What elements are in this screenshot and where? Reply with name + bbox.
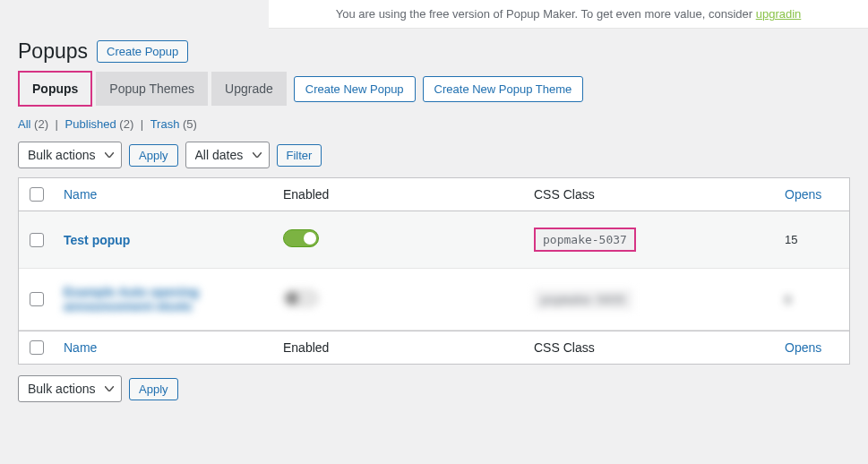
enabled-toggle[interactable] [283, 229, 319, 247]
opens-count: 0 [785, 293, 838, 306]
filter-trash[interactable]: Trash [150, 117, 180, 131]
col-css-foot: CSS Class [534, 340, 785, 355]
create-new-popup-theme-button[interactable]: Create New Popup Theme [423, 76, 584, 102]
create-new-popup-button[interactable]: Create New Popup [294, 76, 416, 102]
bulk-actions-select-bottom[interactable]: Bulk actions [18, 375, 122, 402]
filter-published[interactable]: Published [65, 117, 116, 131]
css-class-badge: popmake-5035 [534, 289, 632, 310]
popup-title-link[interactable]: Example Auto opening announcement etcetc [64, 285, 199, 314]
filter-all[interactable]: All [18, 117, 30, 131]
opens-count: 15 [785, 233, 838, 246]
filter-trash-count: (5) [183, 117, 197, 131]
bulk-actions-select[interactable]: Bulk actions [18, 142, 122, 168]
col-css: CSS Class [534, 187, 785, 202]
filter-all-count: (2) [34, 117, 48, 131]
filter-button[interactable]: Filter [277, 144, 322, 167]
enabled-toggle[interactable] [283, 289, 319, 307]
row-checkbox[interactable] [30, 233, 44, 247]
col-name-foot[interactable]: Name [64, 340, 97, 355]
top-toolbar: Bulk actions Apply All dates Filter [0, 142, 868, 177]
apply-button-top[interactable]: Apply [129, 144, 178, 167]
tab-upgrade[interactable]: Upgrade [211, 72, 287, 106]
row-checkbox[interactable] [30, 292, 44, 306]
page-title: Popups [18, 39, 88, 64]
select-all-bottom[interactable] [30, 340, 44, 355]
filter-published-count: (2) [119, 117, 133, 131]
upgrade-notice: You are using the free version of Popup … [269, 0, 868, 29]
col-name[interactable]: Name [64, 187, 97, 202]
tab-popups[interactable]: Popups [18, 71, 92, 107]
create-popup-button[interactable]: Create Popup [97, 40, 188, 63]
css-class-badge: popmake-5037 [534, 228, 636, 252]
table-row: Example Auto opening announcement etcetc… [19, 269, 849, 331]
table-header: Name Enabled CSS Class Opens [19, 178, 849, 211]
date-filter-select[interactable]: All dates [185, 142, 270, 168]
col-enabled: Enabled [283, 187, 534, 202]
status-filters: All (2) | Published (2) | Trash (5) [0, 117, 868, 142]
popup-title-link[interactable]: Test popup [64, 233, 130, 247]
upgrade-link[interactable]: upgradin [756, 7, 802, 21]
table-row: Test popup popmake-5037 15 [19, 211, 849, 269]
col-opens[interactable]: Opens [785, 187, 821, 202]
bottom-toolbar: Bulk actions Apply [0, 365, 868, 413]
apply-button-bottom[interactable]: Apply [129, 378, 178, 400]
tab-bar: Popups Popup Themes Upgrade Create New P… [0, 71, 868, 107]
popups-table: Name Enabled CSS Class Opens Test popup … [18, 177, 850, 365]
table-footer: Name Enabled CSS Class Opens [19, 331, 849, 364]
col-opens-foot[interactable]: Opens [785, 340, 821, 355]
select-all-top[interactable] [30, 187, 44, 202]
page-header: Popups Create Popup [0, 29, 868, 71]
col-enabled-foot: Enabled [283, 340, 534, 355]
tab-popup-themes[interactable]: Popup Themes [96, 72, 208, 106]
notice-text: You are using the free version of Popup … [336, 7, 756, 21]
